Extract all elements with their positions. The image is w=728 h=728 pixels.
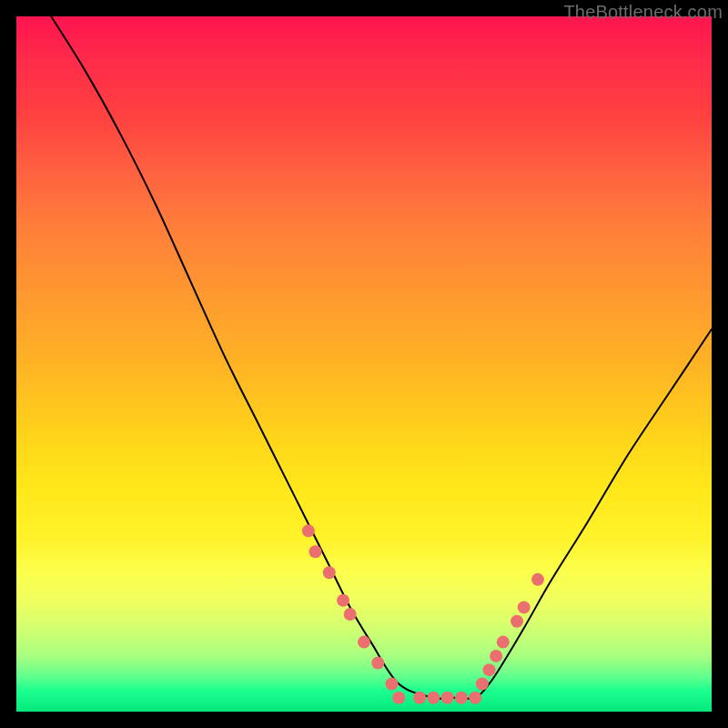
chart-overlay	[16, 16, 712, 712]
data-dot	[323, 566, 336, 579]
data-dot	[427, 692, 440, 704]
data-dot	[511, 615, 523, 628]
data-dot	[483, 663, 496, 676]
data-dot	[309, 545, 322, 558]
data-dot	[358, 636, 370, 649]
data-dot	[371, 657, 384, 670]
data-dot	[490, 650, 502, 662]
data-dot	[344, 608, 357, 621]
data-dot	[413, 692, 426, 704]
plot-area	[16, 16, 712, 712]
watermark-text: TheBottleneck.com	[563, 2, 723, 23]
data-dot	[469, 692, 481, 704]
data-dot	[337, 594, 349, 607]
data-dot	[392, 692, 405, 704]
chart-stage: TheBottleneck.com	[0, 0, 728, 728]
bottleneck-curve	[51, 16, 712, 699]
data-dot	[441, 692, 454, 704]
data-dot	[386, 677, 399, 690]
data-dots	[302, 524, 544, 703]
data-dot	[518, 601, 531, 613]
data-dot	[476, 677, 489, 690]
data-dot	[455, 692, 468, 704]
data-dot	[531, 573, 544, 586]
data-dot	[302, 524, 315, 537]
data-dot	[497, 636, 510, 649]
